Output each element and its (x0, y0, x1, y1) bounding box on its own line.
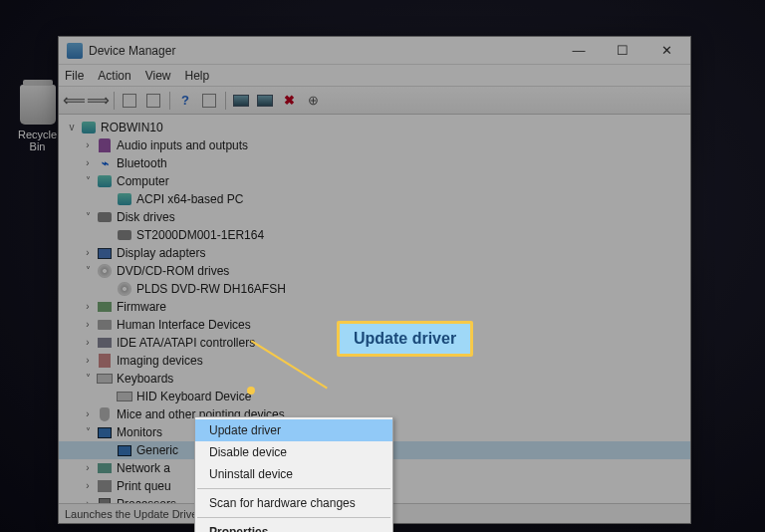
desktop-recycle-bin[interactable]: Recycle Bin (10, 85, 65, 152)
tree-node-label: Human Interface Devices (117, 316, 251, 334)
tree-node[interactable]: ˅Computer (59, 172, 690, 190)
context-menu: Update driverDisable deviceUninstall dev… (194, 416, 393, 532)
recycle-bin-icon (20, 85, 56, 125)
tree-node-label: Monitors (117, 423, 162, 441)
tree-node-label: IDE ATA/ATAPI controllers (117, 334, 255, 352)
disk-icon (117, 227, 132, 243)
toolbar-properties-button[interactable] (198, 90, 220, 112)
tree-node[interactable]: ACPI x64-based PC (59, 190, 690, 208)
kb-icon (97, 371, 113, 387)
display-icon (97, 245, 113, 261)
tree-node-label: Display adapters (117, 244, 205, 262)
expand-icon[interactable]: v (65, 119, 79, 136)
tree-root-label: ROBWIN10 (101, 119, 163, 136)
menu-divider (197, 517, 390, 518)
tree-node[interactable]: ˅Keyboards (59, 370, 690, 388)
callout-box: Update driver (337, 321, 473, 357)
mouse-icon (97, 406, 113, 422)
pc-icon (97, 173, 113, 189)
toolbar-view-button[interactable] (142, 90, 164, 112)
collapse-icon[interactable]: ˅ (81, 370, 95, 388)
menu-view[interactable]: View (145, 69, 171, 83)
expand-icon[interactable]: › (81, 136, 95, 154)
hid-icon (97, 317, 113, 333)
print-icon (97, 478, 113, 494)
tree-node-label: ACPI x64-based PC (136, 190, 243, 208)
close-button[interactable]: ✕ (644, 37, 688, 65)
toolbar-update-driver-button[interactable] (230, 90, 252, 112)
tree-node[interactable]: ˅DVD/CD-ROM drives (59, 262, 690, 280)
dvd-icon (117, 281, 132, 297)
disk-icon (97, 209, 113, 225)
expand-icon[interactable]: › (81, 459, 95, 477)
menu-help[interactable]: Help (185, 69, 210, 83)
tree-node-label: Firmware (117, 298, 166, 316)
menu-file[interactable]: File (65, 69, 84, 83)
menu-divider (197, 488, 390, 489)
collapse-icon[interactable]: ˅ (81, 423, 95, 441)
expand-icon[interactable]: › (81, 352, 95, 370)
tree-node[interactable]: ›⌁Bluetooth (59, 154, 690, 172)
tree-node-label: Generic (136, 441, 178, 459)
expand-icon[interactable]: › (81, 244, 95, 262)
expand-icon[interactable]: › (81, 495, 95, 503)
menubar: File Action View Help (59, 65, 690, 87)
toolbar-disable-button[interactable] (254, 90, 276, 112)
context-menu-item[interactable]: Update driver (195, 419, 392, 441)
toolbar-scan-button[interactable]: ⊕ (302, 90, 324, 112)
menu-action[interactable]: Action (98, 69, 130, 83)
collapse-icon[interactable]: ˅ (81, 262, 95, 280)
expand-icon[interactable]: › (81, 477, 95, 495)
expand-icon[interactable]: › (81, 316, 95, 334)
dvd-icon (97, 263, 113, 279)
expand-icon[interactable]: › (81, 334, 95, 352)
tree-node-label: Audio inputs and outputs (117, 136, 248, 154)
nav-back-button[interactable]: ⟸ (63, 90, 85, 112)
toolbar-show-hidden-button[interactable] (119, 90, 140, 112)
ide-icon (97, 335, 113, 351)
device-manager-window: Device Manager — ☐ ✕ File Action View He… (58, 36, 691, 524)
tree-node[interactable]: PLDS DVD-RW DH16AFSH (59, 280, 690, 298)
tree-node-label: DVD/CD-ROM drives (117, 262, 229, 280)
context-menu-item[interactable]: Scan for hardware changes (195, 492, 392, 514)
callout-dot (247, 387, 255, 395)
tree-node-label: Network a (117, 459, 170, 477)
tree-node-label: Imaging devices (117, 352, 203, 370)
tree-node[interactable]: ›Audio inputs and outputs (59, 136, 690, 154)
collapse-icon[interactable]: ˅ (81, 172, 95, 190)
tree-node[interactable]: ›Display adapters (59, 244, 690, 262)
kb-icon (117, 389, 132, 404)
tree-node[interactable]: ›Firmware (59, 298, 690, 316)
tree-root[interactable]: v ROBWIN10 (59, 119, 690, 136)
maximize-button[interactable]: ☐ (601, 37, 644, 65)
audio-icon (97, 137, 113, 153)
bt-icon: ⌁ (97, 155, 113, 171)
tree-node[interactable]: ˅Disk drives (59, 208, 690, 226)
window-title: Device Manager (89, 44, 557, 58)
tree-node-label: ST2000DM001-1ER164 (136, 226, 264, 244)
expand-icon[interactable]: › (81, 405, 95, 423)
mon-icon (97, 424, 113, 440)
nav-forward-button[interactable]: ⟹ (87, 90, 109, 112)
img-icon (97, 353, 113, 369)
context-menu-item[interactable]: Disable device (195, 441, 392, 463)
fw-icon (97, 299, 113, 315)
expand-icon[interactable]: › (81, 154, 95, 172)
cpu-icon (97, 496, 113, 503)
context-menu-item[interactable]: Properties (195, 521, 392, 532)
toolbar: ⟸ ⟹ ? ✖ ⊕ (59, 87, 690, 115)
tree-node-label: Print queu (117, 477, 171, 495)
tree-node[interactable]: ST2000DM001-1ER164 (59, 226, 690, 244)
collapse-icon[interactable]: ˅ (81, 208, 95, 226)
pc-icon (117, 191, 132, 207)
computer-icon (81, 120, 97, 135)
context-menu-item[interactable]: Uninstall device (195, 463, 392, 485)
app-icon (67, 43, 83, 59)
tree-node[interactable]: HID Keyboard Device (59, 388, 690, 405)
tree-node-label: PLDS DVD-RW DH16AFSH (136, 280, 286, 298)
titlebar: Device Manager — ☐ ✕ (59, 37, 690, 65)
toolbar-help-button[interactable]: ? (174, 90, 196, 112)
toolbar-uninstall-button[interactable]: ✖ (278, 90, 300, 112)
expand-icon[interactable]: › (81, 298, 95, 316)
minimize-button[interactable]: — (557, 37, 601, 65)
